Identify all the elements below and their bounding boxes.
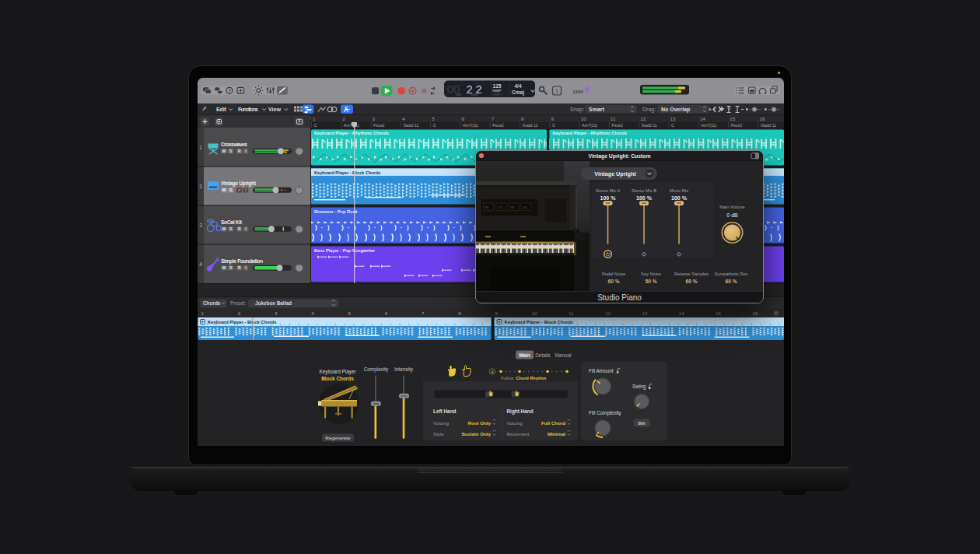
svg-text:Chords: Chords [203, 300, 221, 306]
svg-text:3: 3 [199, 223, 202, 228]
svg-text:Keyboard Player - Block Chords: Keyboard Player - Block Chords [505, 320, 574, 324]
svg-text:Drummer - Pop Rock: Drummer - Pop Rock [314, 209, 359, 214]
svg-text:KEEP: KEEP [493, 89, 502, 93]
svg-text:Details: Details [535, 352, 551, 358]
svg-text:Voicing: Voicing [507, 420, 523, 426]
svg-text:Release Samples: Release Samples [674, 272, 709, 276]
svg-text:7: 7 [492, 116, 495, 121]
svg-text:6: 6 [385, 310, 388, 316]
svg-text:100 %: 100 % [671, 195, 688, 201]
svg-text:S: S [229, 149, 233, 153]
svg-text:Vintage Upright: Vintage Upright [221, 181, 257, 187]
svg-text:4: 4 [311, 310, 314, 316]
svg-text:C: C [314, 123, 317, 128]
svg-text:12: 12 [640, 116, 646, 121]
svg-text:2: 2 [342, 116, 345, 121]
svg-text:1: 1 [313, 116, 316, 121]
svg-text:Fsus2: Fsus2 [492, 123, 503, 128]
svg-text:20: 20 [499, 205, 502, 209]
svg-text:Gadd 11: Gadd 11 [403, 123, 418, 128]
svg-text:C: C [433, 123, 436, 128]
svg-text:R: R [238, 149, 241, 153]
svg-text:8: 8 [458, 310, 461, 316]
svg-text:9: 9 [495, 310, 499, 316]
svg-text:Minimal: Minimal [548, 431, 565, 437]
svg-text:2: 2 [238, 310, 241, 316]
svg-text:Follow: Chord Rhythm: Follow: Chord Rhythm [501, 376, 546, 380]
svg-text:15: 15 [730, 116, 735, 121]
svg-text:Key Noise: Key Noise [641, 272, 661, 276]
svg-text:3: 3 [373, 116, 376, 121]
svg-text:Am7(11): Am7(11) [463, 123, 478, 128]
svg-text:Sympathetic Res: Sympathetic Res [715, 272, 747, 276]
svg-text:Simple Foundation: Simple Foundation [221, 258, 263, 265]
svg-text:TEMPO: TEMPO [492, 93, 502, 96]
svg-text:2: 2 [199, 184, 202, 189]
svg-text:100 %: 100 % [636, 195, 653, 201]
svg-text:Keyboard Player - Rhythmic Cho: Keyboard Player - Rhythmic Chords [314, 131, 389, 135]
svg-text:15: 15 [716, 310, 721, 316]
svg-text:Main Volume: Main Volume [719, 205, 744, 209]
svg-text:Studio Piano: Studio Piano [597, 293, 642, 302]
svg-text:Fsus2: Fsus2 [373, 123, 384, 128]
svg-text:0 dB: 0 dB [726, 212, 738, 218]
svg-text:Am7(11): Am7(11) [701, 123, 716, 128]
svg-text:1: 1 [201, 310, 205, 316]
svg-text:4: 4 [492, 370, 494, 374]
svg-text:View: View [268, 106, 281, 113]
svg-text:10: 10 [581, 116, 586, 121]
svg-text:5: 5 [348, 310, 352, 316]
svg-text:11: 11 [569, 310, 574, 316]
svg-text:Right Hand: Right Hand [507, 408, 534, 415]
svg-text:1: 1 [555, 89, 558, 94]
svg-text:4: 4 [199, 261, 202, 267]
svg-text:Fill Amount: Fill Amount [589, 368, 614, 373]
svg-text:Pedal Noise: Pedal Noise [602, 272, 625, 276]
svg-text:SoCal Kit: SoCal Kit [221, 219, 243, 225]
svg-text:Full Chord: Full Chord [541, 420, 565, 426]
svg-text:3: 3 [275, 310, 278, 316]
svg-text:100 %: 100 % [600, 195, 617, 201]
svg-text:Edit: Edit [216, 106, 227, 113]
svg-text:12: 12 [605, 310, 611, 316]
svg-text:Block Chords: Block Chords [321, 376, 354, 381]
svg-text:C: C [552, 123, 555, 128]
svg-text:Keyboard Player - Block Chords: Keyboard Player - Block Chords [314, 170, 381, 175]
svg-text:Gadd 11: Gadd 11 [761, 123, 776, 128]
svg-text:Fill Complexity: Fill Complexity [589, 410, 621, 416]
svg-text:Manual: Manual [555, 352, 572, 358]
svg-text:Cmaj: Cmaj [512, 89, 524, 96]
svg-text:40: 40 [523, 205, 527, 209]
svg-text:BAR: BAR [456, 93, 462, 96]
svg-text:Gadd 11: Gadd 11 [642, 123, 657, 128]
svg-text:Vintage Upright: Custom: Vintage Upright: Custom [589, 153, 651, 160]
svg-text:Keyboard Player: Keyboard Player [319, 369, 356, 375]
svg-text:?: ? [228, 89, 231, 93]
svg-text:Bass Player - Pop Songwriter: Bass Player - Pop Songwriter [314, 248, 376, 253]
svg-text:M: M [222, 188, 226, 192]
svg-text:14: 14 [679, 310, 684, 316]
svg-text:16: 16 [760, 116, 765, 121]
svg-text:Fsus2: Fsus2 [612, 123, 623, 128]
svg-text:Keyboard Player - Block Chords: Keyboard Player - Block Chords [208, 320, 277, 324]
svg-text:Vintage Upright: Vintage Upright [594, 170, 636, 177]
svg-text:14: 14 [700, 116, 705, 121]
svg-text:13: 13 [642, 310, 648, 316]
svg-text:7: 7 [422, 310, 425, 316]
svg-text:Intensity: Intensity [394, 366, 414, 373]
svg-text:4/4: 4/4 [514, 83, 521, 89]
svg-text:1: 1 [199, 145, 202, 150]
svg-text:60 %: 60 % [685, 279, 697, 284]
svg-text:Sustain Only: Sustain Only [461, 431, 491, 437]
svg-text:S: S [229, 188, 233, 192]
svg-text:50 %: 50 % [645, 279, 656, 284]
svg-text:BEAT: BEAT [471, 93, 478, 96]
svg-text:55: 55 [511, 205, 515, 209]
svg-text:Jukebox Ballad: Jukebox Ballad [255, 300, 292, 306]
svg-text:Drag:: Drag: [642, 107, 656, 113]
svg-text:95: 95 [485, 205, 489, 209]
svg-text:16: 16 [752, 310, 758, 316]
svg-text:8th: 8th [639, 420, 646, 426]
svg-text:Snap:: Snap: [570, 107, 584, 113]
svg-text:8: 8 [521, 116, 524, 121]
